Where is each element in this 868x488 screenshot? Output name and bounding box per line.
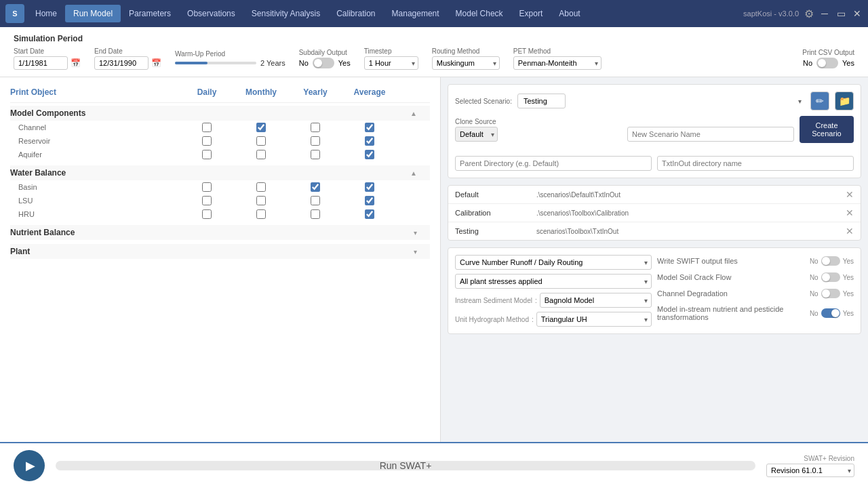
nav-home[interactable]: Home	[27, 5, 65, 22]
scenario-delete-calibration[interactable]: ✕	[846, 207, 854, 218]
channel-deg-toggle[interactable]	[821, 289, 840, 298]
lsu-label: LSU	[10, 197, 180, 205]
nutrient-balance-label: Nutrient Balance	[10, 228, 180, 237]
nav-export[interactable]: Export	[511, 5, 551, 22]
plant-stress-select[interactable]: All plant stresses applied	[455, 274, 652, 289]
hru-daily-checkbox[interactable]	[202, 209, 212, 219]
nav-run-model[interactable]: Run Model	[65, 5, 121, 22]
minimize-button[interactable]: ─	[819, 8, 830, 19]
folder-scenario-btn[interactable]: 📁	[835, 92, 854, 110]
channel-yearly-checkbox[interactable]	[311, 123, 320, 132]
hru-average-checkbox[interactable]	[365, 209, 374, 219]
aquifer-daily-checkbox[interactable]	[202, 150, 212, 159]
nav-management[interactable]: Management	[384, 5, 448, 22]
channel-average-checkbox[interactable]	[365, 123, 374, 132]
run-button[interactable]: ▶	[14, 450, 45, 481]
nav-parameters[interactable]: Parameters	[121, 5, 179, 22]
basin-row: Basin	[10, 180, 430, 194]
reservoir-label: Reservoir	[10, 137, 180, 145]
aquifer-average-checkbox[interactable]	[365, 150, 374, 159]
revision-select[interactable]: Revision 61.0.1	[766, 464, 854, 477]
settings-icon[interactable]: ⚙	[804, 7, 814, 20]
nav-observations[interactable]: Observations	[179, 5, 243, 22]
pet-select[interactable]: Penman-Monteith	[513, 56, 601, 70]
pet-select-wrapper: Penman-Monteith	[513, 56, 601, 70]
lsu-daily-checkbox[interactable]	[202, 196, 212, 205]
end-date-calendar-icon[interactable]: 📅	[151, 58, 161, 68]
aquifer-monthly-checkbox[interactable]	[256, 150, 266, 159]
hru-monthly-checkbox[interactable]	[256, 209, 266, 219]
timestep-field: Timestep 1 Hour	[364, 47, 418, 70]
bottom-bar-inner: Run SWAT+	[56, 461, 755, 470]
channel-monthly-checkbox[interactable]	[256, 123, 266, 132]
nav-calibration[interactable]: Calibration	[328, 5, 383, 22]
aquifer-yearly-checkbox[interactable]	[311, 150, 320, 159]
instream-toggle[interactable]	[821, 308, 840, 318]
aquifer-label: Aquifer	[10, 150, 180, 159]
new-scenario-name-input[interactable]	[627, 127, 794, 142]
close-button[interactable]: ✕	[852, 8, 863, 19]
lsu-monthly-checkbox[interactable]	[256, 196, 266, 205]
selected-scenario-select[interactable]: Testing Default Calibration	[517, 94, 566, 108]
sediment-model-select[interactable]: Bagnold Model	[540, 293, 652, 308]
channel-daily-checkbox[interactable]	[202, 123, 212, 132]
clone-source-select[interactable]: Default	[455, 127, 498, 142]
lsu-average-checkbox[interactable]	[365, 196, 374, 205]
end-date-input[interactable]	[94, 56, 149, 70]
txtinout-dir-input[interactable]	[657, 156, 854, 171]
reservoir-monthly-checkbox[interactable]	[256, 136, 266, 146]
end-date-field: End Date 📅	[94, 47, 161, 70]
runoff-select-wrapper: Curve Number Runoff / Daily Routing	[455, 255, 652, 270]
basin-monthly-checkbox[interactable]	[256, 182, 266, 192]
clone-row: Clone Source Default CreateScenario	[455, 116, 854, 143]
soil-crack-toggle-thumb	[822, 273, 830, 281]
nutrient-balance-collapse-btn[interactable]: ▾	[397, 229, 417, 237]
edit-scenario-btn[interactable]: ✏	[810, 92, 829, 110]
print-csv-label: Print CSV Output	[802, 49, 854, 56]
subdaily-no-label: No	[299, 59, 309, 67]
scenario-delete-testing[interactable]: ✕	[846, 226, 854, 237]
basin-daily-checkbox[interactable]	[202, 182, 212, 192]
model-components-collapse-btn[interactable]: ▲	[397, 110, 417, 117]
start-date-input[interactable]	[14, 56, 68, 70]
runoff-method-select[interactable]: Curve Number Runoff / Daily Routing	[455, 255, 652, 270]
water-balance-collapse-btn[interactable]: ▲	[397, 169, 417, 177]
nav-model-check[interactable]: Model Check	[448, 5, 511, 22]
yearly-col-header: Yearly	[288, 87, 342, 97]
parent-dir-input[interactable]	[455, 156, 652, 171]
left-panel: Print Object Daily Monthly Yearly Averag…	[0, 77, 441, 442]
warmup-label: Warm-Up Period	[175, 50, 285, 58]
lsu-yearly-checkbox[interactable]	[311, 196, 320, 205]
reservoir-yearly-checkbox[interactable]	[311, 136, 320, 146]
titlebar-left: S Home Run Model Parameters Observations…	[5, 4, 589, 23]
warmup-slider[interactable]	[175, 62, 256, 64]
print-csv-toggle[interactable]	[816, 58, 838, 68]
scenario-delete-default[interactable]: ✕	[846, 189, 854, 200]
settings-left: Curve Number Runoff / Daily Routing All …	[455, 255, 652, 327]
scenario-path-calibration: .\scenarios\Toolbox\Calibration	[536, 209, 846, 217]
hydro-method-select[interactable]: Triangular UH	[536, 312, 652, 327]
plant-collapse-btn[interactable]: ▾	[397, 248, 417, 256]
simulation-period-bar: Simulation Period Start Date 📅 End Date …	[0, 27, 868, 77]
subdaily-toggle[interactable]	[313, 58, 334, 68]
basin-average-checkbox[interactable]	[365, 182, 374, 192]
maximize-button[interactable]: ▭	[835, 8, 846, 19]
channel-yearly-cell	[288, 123, 342, 132]
reservoir-daily-checkbox[interactable]	[202, 136, 212, 146]
revision-group: SWAT+ Revision Revision 61.0.1	[766, 455, 854, 477]
main-content: Simulation Period Start Date 📅 End Date …	[0, 27, 868, 488]
hydro-method-inner: Unit Hydrograph Method : Triangular UH	[455, 312, 652, 327]
nav-about[interactable]: About	[551, 5, 588, 22]
basin-yearly-checkbox[interactable]	[311, 182, 320, 192]
nav-sensitivity[interactable]: Sensitivity Analysis	[243, 5, 328, 22]
start-date-calendar-icon[interactable]: 📅	[71, 58, 81, 68]
soil-crack-yes-label: Yes	[843, 274, 854, 281]
write-swift-toggle[interactable]	[821, 256, 840, 266]
create-scenario-button[interactable]: CreateScenario	[800, 116, 854, 143]
scenario-path-testing: scenarios\Toolbox\TxtInOut	[536, 228, 846, 235]
timestep-select[interactable]: 1 Hour	[364, 56, 418, 70]
hru-yearly-checkbox[interactable]	[311, 209, 320, 219]
soil-crack-toggle[interactable]	[821, 272, 840, 282]
routing-select[interactable]: Muskingum	[432, 56, 500, 70]
reservoir-average-checkbox[interactable]	[365, 136, 374, 146]
